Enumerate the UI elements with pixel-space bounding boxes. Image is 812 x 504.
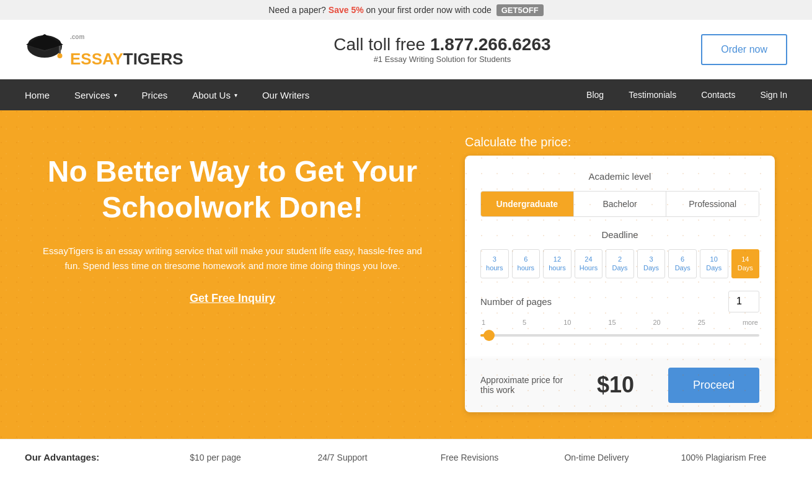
calculator-label: Calculate the price:: [465, 135, 775, 149]
deadline-24h[interactable]: 24Hours: [575, 249, 603, 278]
services-chevron: ▾: [114, 92, 117, 99]
hero-title: No Better Way to Get Your Schoolwork Don…: [37, 154, 428, 225]
svg-point-4: [58, 53, 63, 58]
nav-services[interactable]: Services ▾: [62, 79, 130, 110]
hero-left: No Better Way to Get Your Schoolwork Don…: [37, 135, 428, 305]
nav-contacts[interactable]: Contacts: [689, 79, 748, 110]
top-banner: Need a paper? Save 5% on your first orde…: [0, 0, 812, 20]
header-center: Call toll free 1.877.266.6263 #1 Essay W…: [333, 35, 550, 64]
deadline-6d[interactable]: 6Days: [668, 249, 697, 278]
approx-line1: Approximate price for: [480, 375, 563, 385]
deadline-12h[interactable]: 12hours: [543, 249, 571, 278]
pages-numbers: 1 5 10 15 20 25 more: [480, 319, 759, 326]
order-now-button[interactable]: Order now: [701, 34, 787, 65]
nav-testimonials[interactable]: Testimonials: [616, 79, 689, 110]
advantages-bar: Our Advantages: $10 per page 24/7 Suppor…: [0, 439, 812, 475]
academic-level-buttons: Undergraduate Bachelor Professional: [480, 191, 759, 217]
phone-number: Call toll free 1.877.266.6263: [333, 35, 550, 55]
deadline-3h[interactable]: 3hours: [480, 249, 509, 278]
advantage-price: $10 per page: [152, 453, 279, 462]
acad-bachelor[interactable]: Bachelor: [574, 192, 667, 216]
nav-sign-in[interactable]: Sign In: [748, 79, 800, 110]
acad-professional[interactable]: Professional: [666, 192, 759, 216]
deadline-3d[interactable]: 3Days: [637, 249, 666, 278]
deadline-6h[interactable]: 6hours: [512, 249, 541, 278]
price-amount: $10: [597, 372, 634, 398]
acad-undergraduate[interactable]: Undergraduate: [481, 192, 574, 216]
approx-line2: this work: [480, 385, 563, 395]
deadline-10d[interactable]: 10Days: [700, 249, 728, 278]
slider-thumb[interactable]: [483, 330, 495, 341]
logo-area: .com ESSAYTIGERS: [25, 29, 183, 69]
nav-blog[interactable]: Blog: [574, 79, 616, 110]
nav-prices[interactable]: Prices: [130, 79, 180, 110]
banner-code: GET5OFF: [496, 4, 544, 16]
calculator-box: Academic level Undergraduate Bachelor Pr…: [465, 156, 775, 363]
deadline-section: Deadline 3hours 6hours 12hours 24Hours 2…: [480, 229, 759, 278]
deadline-title: Deadline: [480, 229, 759, 240]
hero-section: No Better Way to Get Your Schoolwork Don…: [0, 110, 812, 439]
logo-text: .com ESSAYTIGERS: [70, 30, 183, 69]
pages-input[interactable]: [728, 291, 759, 312]
about-chevron: ▾: [234, 92, 237, 99]
free-inquiry-link[interactable]: Get Free Inquiry: [37, 292, 428, 305]
deadline-buttons: 3hours 6hours 12hours 24Hours 2Days 3Day…: [480, 249, 759, 278]
nav-right: Blog Testimonials Contacts Sign In: [574, 79, 800, 110]
pages-section: Number of pages 1 5 10 15 20 25 more: [480, 291, 759, 342]
nav-home[interactable]: Home: [12, 79, 62, 110]
banner-text-mid: on your first order now with code: [366, 5, 492, 15]
advantage-support: 24/7 Support: [279, 453, 406, 462]
proceed-button[interactable]: Proceed: [668, 368, 759, 403]
banner-save-text: Save 5%: [329, 5, 364, 15]
banner-text-start: Need a paper?: [268, 5, 326, 15]
advantage-revisions: Free Revisions: [406, 453, 533, 462]
price-bar-inner: Approximate price for this work $10 Proc…: [465, 358, 775, 412]
hero-description: EssayTigers is an essay writing service …: [37, 244, 428, 273]
calculator-container: Calculate the price: Academic level Unde…: [465, 135, 775, 412]
navbar: Home Services ▾ Prices About Us ▾ Our Wr…: [0, 79, 812, 110]
nav-left: Home Services ▾ Prices About Us ▾ Our Wr…: [12, 79, 574, 110]
pages-title: Number of pages: [480, 296, 552, 307]
academic-level-title: Academic level: [480, 171, 759, 182]
approx-price-label: Approximate price for this work: [480, 375, 563, 395]
pages-header: Number of pages: [480, 291, 759, 312]
advantage-delivery: On-time Delivery: [533, 453, 660, 462]
header-tagline: #1 Essay Writing Solution for Students: [333, 55, 550, 64]
nav-about-us[interactable]: About Us ▾: [180, 79, 250, 110]
slider-track: [480, 334, 759, 337]
header: .com ESSAYTIGERS Call toll free 1.877.26…: [0, 20, 812, 79]
deadline-2d[interactable]: 2Days: [606, 249, 634, 278]
nav-our-writers[interactable]: Our Writers: [250, 79, 322, 110]
advantage-plagiarism: 100% Plagiarism Free: [660, 453, 787, 462]
deadline-14d[interactable]: 14Days: [731, 249, 760, 278]
advantages-label: Our Advantages:: [25, 452, 152, 462]
logo-icon: [25, 29, 65, 69]
pages-slider-container: [480, 329, 759, 342]
